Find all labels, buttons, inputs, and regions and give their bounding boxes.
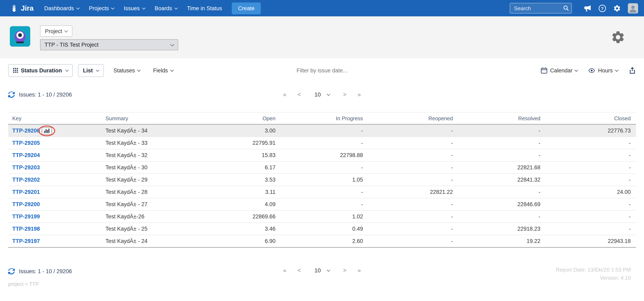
nav-boards[interactable]: Boards xyxy=(150,0,182,16)
first-page-button[interactable]: « xyxy=(283,267,286,273)
project-avatar xyxy=(10,26,30,47)
issue-key-link[interactable]: TTP-29197 xyxy=(12,238,40,244)
issue-summary: Test KaydÄ± - 28 xyxy=(106,186,186,198)
cell-key: TTP-29205 xyxy=(8,137,106,149)
cell-open: 6.90 xyxy=(186,235,276,247)
last-page-button[interactable]: » xyxy=(358,267,361,273)
view-mode-label: List xyxy=(83,67,93,73)
prev-page-button[interactable]: < xyxy=(297,91,301,98)
calendar-dropdown[interactable]: Calendar xyxy=(540,67,578,74)
refresh-button[interactable] xyxy=(8,268,15,274)
jira-logo-icon xyxy=(10,4,18,13)
export-icon xyxy=(628,67,636,74)
cell-open: 3.46 xyxy=(186,223,276,235)
cell-in-progress: 0.49 xyxy=(276,223,363,235)
nav-time-in-status[interactable]: Time in Status xyxy=(182,0,227,16)
first-page-button[interactable]: « xyxy=(283,91,286,98)
cell-in-progress: - xyxy=(276,161,363,174)
issue-summary: Test KaydÄ± - 25 xyxy=(106,223,186,235)
settings-button[interactable] xyxy=(613,4,621,12)
cell-resolved: - xyxy=(453,149,540,161)
cell-key: TTP-29200 xyxy=(8,198,106,210)
table-row: TTP-29204Test KaydÄ± - 3215.8322798.88--… xyxy=(8,149,636,161)
cell-closed: - xyxy=(540,149,636,161)
statuses-dropdown[interactable]: Statuses xyxy=(114,67,140,73)
export-button[interactable] xyxy=(628,67,636,74)
cell-resolved: - xyxy=(453,186,540,198)
project-select[interactable]: TTP - TIS Test Project xyxy=(40,39,178,50)
cell-closed: - xyxy=(540,174,636,186)
last-page-button[interactable]: » xyxy=(358,91,361,98)
nav-projects[interactable]: Projects xyxy=(84,0,119,16)
nav-boards-label: Boards xyxy=(155,5,172,11)
hours-dropdown[interactable]: Hours xyxy=(588,67,618,73)
chevron-down-icon xyxy=(142,6,145,10)
issue-key-link[interactable]: TTP-29201 xyxy=(12,189,40,195)
jira-logo[interactable]: Jira xyxy=(10,4,34,13)
table-row: TTP-29201Test KaydÄ± - 283.11-22821.22-2… xyxy=(8,186,636,198)
report-settings-button[interactable] xyxy=(610,30,625,46)
table-row: TTP-29197Test KaydÄ± - 246.902.60-19.222… xyxy=(8,235,636,247)
user-avatar[interactable] xyxy=(628,3,638,13)
cell-key: TTP-29204 xyxy=(8,149,106,161)
cell-open: 22795.91 xyxy=(186,137,276,149)
view-mode-button[interactable]: List xyxy=(78,64,104,77)
cell-open: 3.00 xyxy=(186,124,276,137)
column-header-key: Key xyxy=(8,112,106,124)
next-page-button[interactable]: > xyxy=(343,91,347,98)
issue-summary: Test KaydÄ± - 29 xyxy=(106,174,186,186)
cell-open: 3.53 xyxy=(186,174,276,186)
issue-key-link[interactable]: TTP-29204 xyxy=(12,152,40,158)
cell-open: 22869.66 xyxy=(186,210,276,223)
app-root: Jira Dashboards Projects Issues Boards T… xyxy=(0,0,644,301)
nav-dashboards[interactable]: Dashboards xyxy=(39,0,84,16)
feedback-button[interactable] xyxy=(584,5,591,12)
page-size-select[interactable]: 10 xyxy=(312,91,332,98)
column-header-reopened: Reopened xyxy=(363,112,453,124)
chevron-down-icon xyxy=(615,68,618,72)
refresh-button[interactable] xyxy=(8,91,15,98)
report-type-button[interactable]: Status Duration xyxy=(8,64,73,77)
issue-key-link[interactable]: TTP-29205 xyxy=(12,140,40,146)
nav-issues[interactable]: Issues xyxy=(119,0,150,16)
issue-date-filter-input[interactable] xyxy=(277,67,367,74)
chevron-down-icon xyxy=(65,68,68,72)
project-scope-button[interactable]: Project xyxy=(40,25,72,37)
gear-icon xyxy=(610,30,625,45)
issue-key-link[interactable]: TTP-29206 xyxy=(12,128,40,134)
cell-in-progress: - xyxy=(276,198,363,210)
cell-in-progress: 22798.88 xyxy=(276,149,363,161)
chevron-down-icon xyxy=(575,68,578,72)
chevron-down-icon xyxy=(170,42,174,46)
issue-key-link[interactable]: TTP-29202 xyxy=(12,177,40,183)
page-size-select[interactable]: 10 xyxy=(312,267,332,274)
issue-chart-button[interactable] xyxy=(42,127,52,134)
search-input[interactable] xyxy=(510,3,572,14)
cell-resolved: - xyxy=(453,124,540,137)
project-scope-label: Project xyxy=(45,28,62,34)
cell-reopened: - xyxy=(363,210,453,223)
nav-projects-label: Projects xyxy=(89,5,109,11)
cell-resolved: 22821.68 xyxy=(453,161,540,174)
fields-dropdown[interactable]: Fields xyxy=(153,67,173,73)
cell-key: TTP-29206 xyxy=(8,124,106,137)
statuses-label: Statuses xyxy=(114,67,135,73)
issue-key-link[interactable]: TTP-29200 xyxy=(12,201,40,207)
prev-page-button[interactable]: < xyxy=(297,267,301,273)
next-page-button[interactable]: > xyxy=(343,267,347,273)
issue-key-link[interactable]: TTP-29203 xyxy=(12,164,40,171)
cell-key: TTP-29199 xyxy=(8,210,106,223)
cell-in-progress: - xyxy=(276,137,363,149)
chevron-down-icon xyxy=(111,6,114,10)
issue-key-link[interactable]: TTP-29199 xyxy=(12,213,40,220)
calendar-icon xyxy=(540,67,547,74)
issue-summary: Test KaydÄ± - 30 xyxy=(106,161,186,174)
create-button[interactable]: Create xyxy=(232,2,261,14)
table-row: TTP-29202Test KaydÄ± - 293.531.05-22841.… xyxy=(8,174,636,186)
column-header-in-progress: In Progress xyxy=(276,112,363,124)
table-row: TTP-29198Test KaydÄ± - 253.460.49-22918.… xyxy=(8,223,636,235)
help-button[interactable]: ? xyxy=(598,4,606,12)
cell-key: TTP-29201 xyxy=(8,186,106,198)
issues-count-label: Issues: 1 - 10 / 29206 xyxy=(19,268,72,274)
issue-key-link[interactable]: TTP-29198 xyxy=(12,226,40,232)
